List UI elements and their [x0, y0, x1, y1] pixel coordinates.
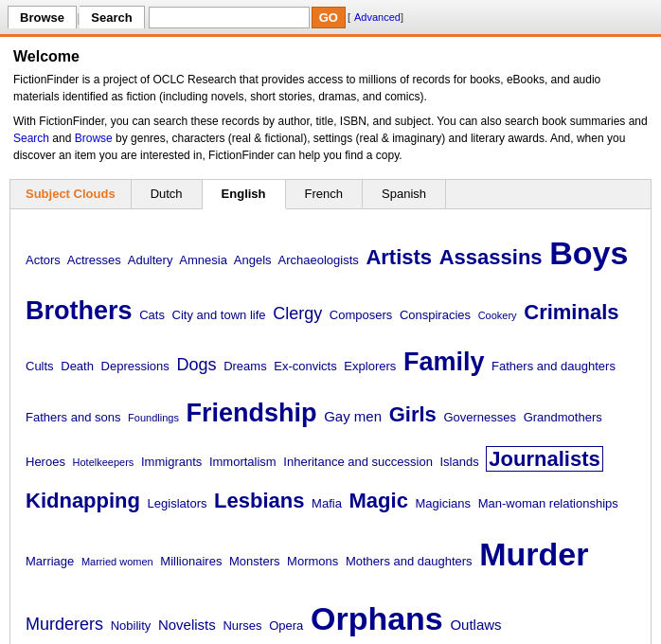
- word-orphans[interactable]: Orphans: [311, 600, 443, 636]
- word-conspiracies[interactable]: Conspiracies: [400, 308, 471, 322]
- word-actors[interactable]: Actors: [26, 253, 61, 267]
- tab-french[interactable]: French: [286, 180, 363, 208]
- word-artists[interactable]: Artists: [366, 245, 432, 269]
- subject-clouds-label: Subject Clouds: [10, 180, 132, 208]
- word-cookery[interactable]: Cookery: [478, 310, 517, 321]
- word-governesses[interactable]: Governesses: [443, 410, 516, 424]
- word-angels[interactable]: Angels: [234, 253, 272, 267]
- word-marriage[interactable]: Marriage: [26, 554, 74, 568]
- word-murderers[interactable]: Murderers: [26, 615, 103, 634]
- word-dogs[interactable]: Dogs: [176, 355, 216, 374]
- browse-tab[interactable]: Browse: [8, 6, 77, 28]
- top-navigation-bar: Browse | Search GO [Advanced]: [0, 0, 661, 37]
- word-hotelkeepers[interactable]: Hotelkeepers: [73, 456, 134, 468]
- word-dreams[interactable]: Dreams: [223, 359, 267, 373]
- word-gay-men[interactable]: Gay men: [324, 408, 382, 424]
- subject-clouds-section: Subject Clouds Dutch English French Span…: [9, 179, 652, 644]
- word-nobility[interactable]: Nobility: [111, 618, 152, 633]
- tab-english[interactable]: English: [203, 180, 286, 209]
- tab-spanish[interactable]: Spanish: [363, 180, 446, 208]
- welcome-para1: FictionFinder is a project of OCLC Resea…: [13, 71, 648, 105]
- word-family[interactable]: Family: [403, 348, 485, 376]
- search-input[interactable]: [149, 7, 310, 28]
- word-brothers[interactable]: Brothers: [26, 296, 133, 325]
- word-lesbians[interactable]: Lesbians: [214, 489, 304, 512]
- word-journalists[interactable]: Journalists: [486, 446, 602, 472]
- word-immortalism[interactable]: Immortalism: [209, 455, 277, 469]
- word-married-women[interactable]: Married women: [81, 556, 153, 567]
- word-heroes[interactable]: Heroes: [26, 455, 65, 469]
- word-explorers[interactable]: Explorers: [344, 359, 396, 373]
- word-murder[interactable]: Murder: [479, 536, 588, 572]
- advanced-link[interactable]: Advanced: [354, 11, 401, 23]
- clouds-tabs: Subject Clouds Dutch English French Span…: [10, 180, 651, 209]
- word-mafia[interactable]: Mafia: [312, 496, 342, 510]
- word-kidnapping[interactable]: Kidnapping: [26, 489, 140, 512]
- word-monsters[interactable]: Monsters: [229, 554, 279, 568]
- word-cults[interactable]: Cults: [26, 359, 54, 373]
- browse-link[interactable]: Browse: [75, 132, 113, 145]
- word-islands[interactable]: Islands: [440, 455, 479, 469]
- word-ex-convicts[interactable]: Ex-convicts: [274, 359, 336, 373]
- word-man-woman-relationships[interactable]: Man-woman relationships: [478, 496, 618, 510]
- word-cloud: Actors Actresses Adultery Amnesia Angels…: [10, 209, 651, 644]
- word-inheritance-and-succession[interactable]: Inheritance and succession: [283, 455, 433, 469]
- word-criminals[interactable]: Criminals: [524, 300, 618, 324]
- word-legislators[interactable]: Legislators: [148, 496, 207, 510]
- go-button[interactable]: GO: [312, 7, 346, 28]
- tab-dutch[interactable]: Dutch: [132, 180, 203, 208]
- word-mothers-and-daughters[interactable]: Mothers and daughters: [346, 554, 473, 568]
- word-opera[interactable]: Opera: [269, 618, 303, 633]
- word-cats[interactable]: Cats: [139, 308, 165, 322]
- word-immigrants[interactable]: Immigrants: [141, 455, 202, 469]
- word-adultery[interactable]: Adultery: [128, 253, 173, 267]
- welcome-section: Welcome FictionFinder is a project of OC…: [0, 37, 661, 179]
- word-death[interactable]: Death: [61, 359, 94, 373]
- word-millionaires[interactable]: Millionaires: [160, 554, 222, 568]
- word-amnesia[interactable]: Amnesia: [179, 253, 227, 267]
- word-foundlings[interactable]: Foundlings: [128, 412, 179, 423]
- word-novelists[interactable]: Novelists: [158, 617, 216, 633]
- word-grandmothers[interactable]: Grandmothers: [524, 410, 602, 424]
- word-magicians[interactable]: Magicians: [416, 496, 472, 510]
- advanced-brackets: [Advanced]: [348, 11, 403, 23]
- word-fathers-and-sons[interactable]: Fathers and sons: [26, 410, 120, 424]
- welcome-para2: With FictionFinder, you can search these…: [13, 113, 648, 164]
- word-actresses[interactable]: Actresses: [67, 253, 121, 267]
- welcome-title: Welcome: [13, 48, 648, 65]
- word-boys[interactable]: Boys: [549, 235, 628, 271]
- word-composers[interactable]: Composers: [330, 308, 392, 322]
- word-fathers-and-daughters[interactable]: Fathers and daughters: [491, 359, 616, 373]
- word-friendship[interactable]: Friendship: [187, 399, 317, 427]
- word-depressions[interactable]: Depressions: [101, 359, 170, 373]
- word-city-and-town-life[interactable]: City and town life: [172, 308, 266, 322]
- search-link[interactable]: Search: [13, 132, 49, 145]
- word-clergy[interactable]: Clergy: [273, 304, 322, 323]
- word-archaeologists[interactable]: Archaeologists: [277, 253, 358, 267]
- search-tab[interactable]: Search: [80, 6, 144, 28]
- word-magic[interactable]: Magic: [349, 489, 408, 512]
- word-nurses[interactable]: Nurses: [223, 618, 261, 633]
- word-mormons[interactable]: Mormons: [287, 554, 338, 568]
- word-girls[interactable]: Girls: [389, 402, 437, 426]
- word-outlaws[interactable]: Outlaws: [450, 617, 501, 633]
- word-assassins[interactable]: Assassins: [439, 245, 543, 269]
